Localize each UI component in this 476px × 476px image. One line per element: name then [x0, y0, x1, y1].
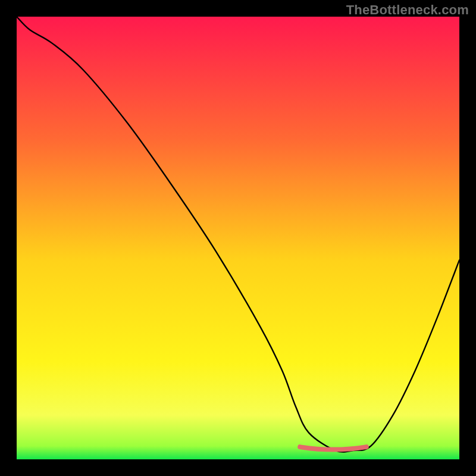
plot-area	[17, 17, 459, 459]
watermark-text: TheBottleneck.com	[346, 2, 469, 18]
plot-frame	[17, 17, 459, 459]
chart-stage: TheBottleneck.com	[0, 0, 476, 476]
optimal-range-marker	[300, 447, 367, 450]
gradient-background	[17, 17, 459, 459]
chart-svg	[17, 17, 459, 459]
